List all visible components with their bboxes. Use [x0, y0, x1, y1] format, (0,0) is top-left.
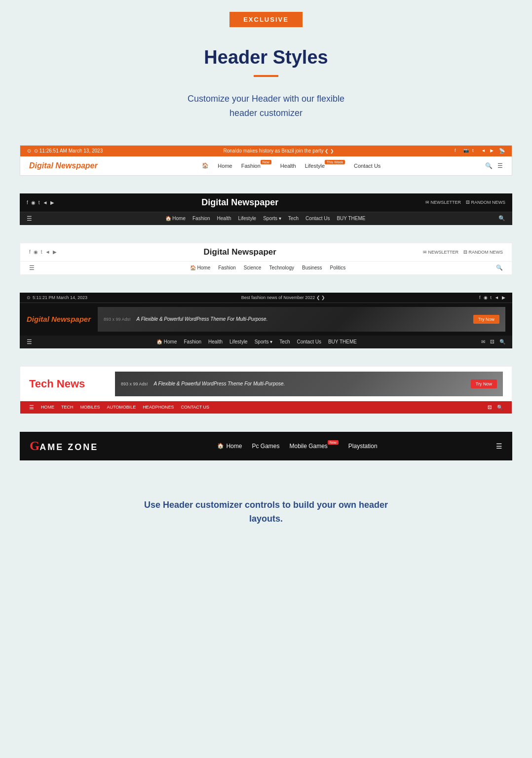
p2-nav-items: 🏠 Home Fashion Health Lifestyle Sports ▾… [40, 216, 491, 221]
p6-nav-mobilegames: Mobile GamesNew [289, 443, 338, 450]
p5-nav-home: HOME [41, 405, 54, 410]
p1-search-icon[interactable]: 🔍 [485, 162, 493, 169]
p4-try-button[interactable]: Try Now [473, 315, 499, 324]
p3-nav-home: 🏠 Home [190, 265, 210, 270]
p4-nav-buy: BUY THEME [328, 339, 357, 344]
p4-social-icons: f ◉ t ◄ ▶ [479, 295, 505, 300]
footer-text: Use Header customizer controls to build … [0, 478, 532, 556]
p1-news-ticker: Ronaldo makes history as Brazil join the… [103, 148, 455, 153]
p1-nav-lifestyle: LifestyleThis Week [305, 162, 345, 169]
p3-social-icons: f ◉ t ◄ ▶ [29, 249, 57, 255]
p1-topbar-left: ⊙ ⊙ 11:26:51 AM March 13, 2023 [27, 148, 103, 153]
p4-search-icon[interactable]: 🔍 [499, 339, 505, 344]
header-preview-5: Tech News 893 x 99 Ads! A Flexible & Pow… [20, 366, 512, 414]
p2-nav: ☰ 🏠 Home Fashion Health Lifestyle Sports… [20, 212, 512, 225]
twitter-icon: t [472, 148, 478, 154]
p4-nav-home: 🏠 Home [156, 339, 177, 344]
p3-hamburger-icon[interactable]: ☰ [29, 265, 35, 271]
header-preview-3: f ◉ t ◄ ▶ Digital Newspaper ✉ NEWSLETTER… [20, 243, 512, 275]
p5-search-icon[interactable]: 🔍 [497, 405, 503, 410]
p2-newsletter-link[interactable]: ✉ NEWSLETTER [425, 200, 461, 205]
p1-social-icons: f 📷 t ◄ ▶ 📡 [455, 148, 505, 154]
p6-nav-pcgames: Pc Games [252, 443, 279, 450]
exclusive-badge: EXCLUSIVE [229, 12, 303, 27]
p5-nav: ☰ HOME TECH MOBILES AUTOMOBILE HEADPHONE… [20, 401, 512, 414]
header-preview-4: ⊙ 5:11:21 PM March 14, 2023 Best fashion… [20, 293, 512, 348]
p4-nav-fashion: Fashion [184, 339, 202, 344]
p2-right-links: ✉ NEWSLETTER ⚄ RANDOM NEWS [425, 200, 505, 205]
p3-instagram-icon: ◉ [34, 249, 38, 255]
p4-nav-items: 🏠 Home Fashion Health Lifestyle Sports ▾… [40, 339, 473, 344]
p3-random-news-link[interactable]: ⚄ RANDOM NEWS [463, 250, 503, 255]
p5-hamburger-icon[interactable]: ☰ [29, 404, 34, 411]
p2-nav-sports: Sports ▾ [263, 216, 281, 221]
p5-logo-row: Tech News 893 x 99 Ads! A Flexible & Pow… [20, 367, 512, 401]
p1-home-icon: 🏠 [202, 162, 209, 169]
p4-instagram-icon: ◉ [484, 295, 488, 300]
p2-hamburger-icon[interactable]: ☰ [27, 215, 32, 222]
p1-nav-home: Home [218, 163, 232, 169]
ticker-arrows: ❮ ❯ [325, 149, 334, 153]
p2-random-news-link[interactable]: ⚄ RANDOM NEWS [466, 200, 505, 205]
p2-nav-home: 🏠 Home [165, 216, 186, 221]
p2-topbar: f ◉ t ◄ ▶ Digital Newspaper ✉ NEWSLETTER… [20, 193, 512, 212]
p2-facebook-icon: f [27, 200, 28, 205]
p6-logo: Game Zone [30, 439, 99, 454]
p2-nav-tech: Tech [288, 216, 299, 221]
p6-logo-rest: ame Zone [39, 442, 98, 452]
p1-nav-menu: 🏠 Home FashionNew Health LifestyleThis W… [202, 162, 380, 169]
p4-nav-contact: Contact Us [297, 339, 321, 344]
p4-random-icon: ⚄ [490, 339, 494, 344]
p4-twitter-icon: t [491, 295, 492, 300]
p6-logo-g: G [30, 439, 39, 453]
p6-nav-home: 🏠 Home [217, 443, 242, 450]
p1-logo: Digital Newspaper [29, 161, 98, 170]
p1-topbar: ⊙ ⊙ 11:26:51 AM March 13, 2023 Ronaldo m… [20, 146, 512, 156]
title-underline [254, 75, 278, 77]
p4-nav-health: Health [208, 339, 223, 344]
instagram-icon: 📷 [463, 148, 469, 154]
p2-twitter-icon: t [38, 200, 40, 205]
p4-sound-icon: ◄ [494, 295, 499, 300]
p2-nav-contact: Contact Us [305, 216, 330, 221]
rss-icon: 📡 [499, 148, 505, 153]
p4-ticker-arrows: ❮ ❯ [316, 295, 326, 300]
p2-nav-health: Health [217, 216, 231, 221]
p4-nav-sports: Sports ▾ [255, 339, 273, 344]
p5-nav-contact: CONTACT US [181, 405, 209, 410]
p1-datetime: ⊙ 11:26:51 AM March 13, 2023 [34, 148, 103, 153]
p4-hamburger-icon[interactable]: ☰ [27, 339, 32, 345]
p3-twitter-icon: t [41, 249, 42, 255]
p1-nav: Digital Newspaper 🏠 Home FashionNew Heal… [20, 156, 512, 175]
p2-nav-buy: BUY THEME [337, 216, 365, 221]
p4-nav: ☰ 🏠 Home Fashion Health Lifestyle Sports… [20, 336, 512, 348]
p6-nav: Game Zone 🏠 Home Pc Games Mobile GamesNe… [20, 432, 512, 460]
p5-ad-banner: 893 x 99 Ads! A Flexible & Powerful Word… [115, 372, 503, 396]
p5-ad-label: 893 x 99 Ads! [121, 381, 148, 386]
p3-topbar: f ◉ t ◄ ▶ Digital Newspaper ✉ NEWSLETTER… [20, 243, 512, 261]
p5-nav-automobile: AUTOMOBILE [107, 405, 136, 410]
p3-right-links: ✉ NEWSLETTER ⚄ RANDOM NEWS [423, 250, 503, 255]
p3-nav: ☰ 🏠 Home Fashion Science Technology Busi… [20, 261, 512, 274]
header-preview-1: ⊙ ⊙ 11:26:51 AM March 13, 2023 Ronaldo m… [20, 145, 512, 176]
p3-search-icon[interactable]: 🔍 [496, 265, 503, 271]
p4-ad-text: A Flexible & Powerful WordPress Theme Fo… [137, 316, 467, 322]
p2-social-icons: f ◉ t ◄ ▶ [27, 200, 54, 205]
p4-logo-row: Digital Newspaper 893 x 99 Ads! A Flexib… [20, 303, 512, 336]
p2-nav-lifestyle: Lifestyle [238, 216, 256, 221]
p1-nav-health: Health [280, 163, 296, 169]
p5-logo: Tech News [29, 378, 108, 390]
p3-nav-fashion: Fashion [218, 265, 236, 270]
p4-logo: Digital Newspaper [27, 315, 91, 323]
p5-try-button[interactable]: Try Now [471, 379, 497, 388]
p1-nav-fashion: FashionNew [241, 162, 271, 169]
p6-hamburger-icon[interactable]: ☰ [496, 442, 502, 450]
p1-menu-icon[interactable]: ☰ [497, 162, 503, 169]
p5-nav-tech: TECH [61, 405, 74, 410]
p1-clock-icon: ⊙ [27, 148, 31, 153]
section-subtitle: Customize your Header with our flexible … [0, 92, 532, 120]
p2-search-icon[interactable]: 🔍 [498, 215, 505, 222]
p5-nav-headphones: HEADPHONES [143, 405, 174, 410]
p3-newsletter-link[interactable]: ✉ NEWSLETTER [423, 250, 458, 255]
p3-youtube-icon: ▶ [53, 249, 57, 255]
